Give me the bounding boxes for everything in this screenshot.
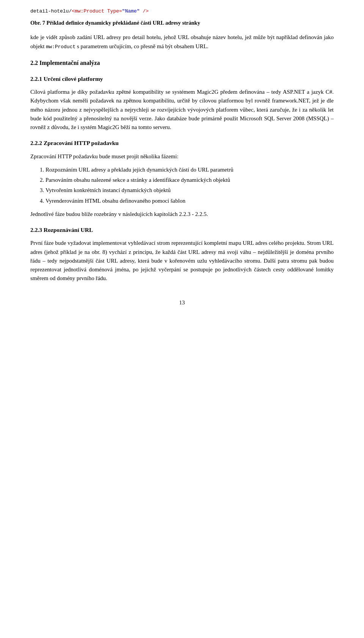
code-attr-value: "Name" [122, 8, 140, 14]
code-block: detail-hotelu/<mw:Product Type="Name" /> [30, 8, 334, 15]
list-item-3: Vytvořením konkrétních instancí dynamick… [46, 186, 334, 195]
list-item-4: Vyrenderováním HTML obsahu definovaného … [46, 197, 334, 205]
code-prefix: detail-hotelu/ [30, 8, 72, 14]
page-number: 13 [30, 298, 334, 307]
paragraph-url-recognition: První fáze bude vyžadovat implementovat … [30, 239, 334, 283]
list-item-2: Parsováním obsahu nalezené sekce a strán… [46, 176, 334, 184]
section-heading-2-2-1: 2.2.1 Určení cílové platformy [30, 74, 334, 83]
code-inline-mwproduct: mw:Product [46, 44, 75, 50]
section-heading-2-2: 2.2 Implementační analýza [30, 58, 334, 68]
paragraph-intro: kde je vidět způsob zadání URL adresy pr… [30, 33, 334, 51]
list-item-1: Rozpoznáním URL adresy a překladu jejích… [46, 165, 334, 174]
paragraph-phases-note: Jednotlivé fáze budou blíže rozebrány v … [30, 210, 334, 219]
code-tag: <mw:Product Type= [72, 8, 122, 14]
section-heading-2-2-2: 2.2.2 Zpracování HTTP požadavku [30, 139, 334, 147]
paragraph-platform: Cílová platforma je díky požadavku zpětn… [30, 88, 334, 132]
paragraph-http-intro: Zpracování HTTP požadavku bude muset pro… [30, 152, 334, 161]
http-phases-list: Rozpoznáním URL adresy a překladu jejích… [46, 165, 334, 205]
section-heading-2-2-3: 2.2.3 Rozpoznávání URL [30, 225, 334, 234]
code-tag-close: /> [140, 8, 149, 14]
figure-caption: Obr. 7 Příklad definice dynamicky překlá… [30, 19, 334, 27]
